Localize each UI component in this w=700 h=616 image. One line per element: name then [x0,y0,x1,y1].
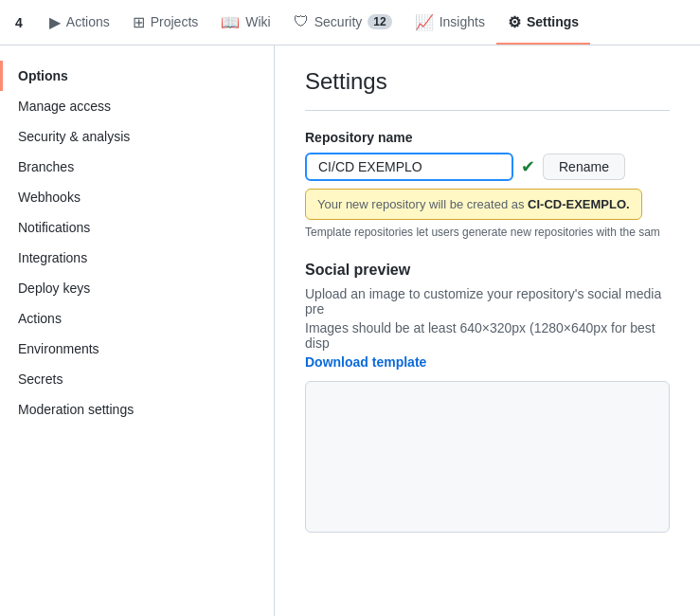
nav-label-projects: Projects [151,14,199,29]
sidebar-item-webhooks[interactable]: Webhooks [0,182,274,212]
repo-name-input[interactable] [305,153,513,181]
nav-label-actions: Actions [66,14,110,29]
sidebar-item-options[interactable]: Options [0,61,274,91]
nav-label-settings: Settings [527,14,579,29]
nav-item-projects[interactable]: ⊞ Projects [121,2,210,45]
social-preview-box [305,381,670,533]
main-layout: Options Manage access Security & analysi… [0,45,700,616]
insights-icon: 📈 [415,13,434,31]
sidebar: Options Manage access Security & analysi… [0,45,275,616]
projects-icon: ⊞ [133,13,145,31]
nav-item-actions[interactable]: ▶ Actions [38,2,121,45]
repo-number: 4 [15,15,23,30]
social-preview-title: Social preview [305,262,670,279]
sidebar-item-actions[interactable]: Actions [0,303,274,334]
nav-item-insights[interactable]: 📈 Insights [404,2,496,45]
main-content: Settings Repository name ✔ Rename Your n… [275,45,700,616]
sidebar-item-secrets[interactable]: Secrets [0,364,274,394]
repo-name-label: Repository name [305,130,670,145]
social-preview-images-note: Images should be at least 640×320px (128… [305,320,670,351]
sidebar-item-moderation-settings[interactable]: Moderation settings [0,394,274,425]
wiki-icon: 📖 [221,13,240,31]
check-icon: ✔ [521,156,535,177]
actions-icon: ▶ [49,13,61,31]
sidebar-item-integrations[interactable]: Integrations [0,243,274,273]
warning-box: Your new repository will be created as C… [305,189,642,220]
repo-name-section: Repository name ✔ Rename Your new reposi… [305,130,670,239]
nav-item-settings[interactable]: ⚙ Settings [496,2,590,45]
sidebar-item-notifications[interactable]: Notifications [0,212,274,243]
social-preview-section: Social preview Upload an image to custom… [305,262,670,533]
sidebar-item-environments[interactable]: Environments [0,334,274,364]
security-badge: 12 [368,14,391,29]
repo-name-row: ✔ Rename [305,153,670,181]
sidebar-item-security-analysis[interactable]: Security & analysis [0,121,274,152]
sidebar-item-branches[interactable]: Branches [0,152,274,182]
nav-label-wiki: Wiki [245,14,270,29]
nav-item-security[interactable]: 🛡 Security 12 [282,2,404,44]
nav-label-security: Security [314,14,363,29]
sidebar-item-manage-access[interactable]: Manage access [0,91,274,121]
sidebar-item-deploy-keys[interactable]: Deploy keys [0,273,274,303]
warning-bold: CI-CD-EXEMPLO. [528,197,630,211]
page-title: Settings [305,68,670,111]
template-note: Template repositories let users generate… [305,226,670,239]
download-template-link[interactable]: Download template [305,354,426,370]
nav-item-wiki[interactable]: 📖 Wiki [209,2,281,45]
security-icon: 🛡 [294,13,309,30]
top-nav: 4 ▶ Actions ⊞ Projects 📖 Wiki 🛡 Security… [0,0,700,45]
settings-icon: ⚙ [508,13,521,31]
nav-label-insights: Insights [440,14,485,29]
warning-text: Your new repository will be created as [317,197,528,211]
social-preview-description: Upload an image to customize your reposi… [305,286,670,317]
rename-button[interactable]: Rename [543,154,625,180]
